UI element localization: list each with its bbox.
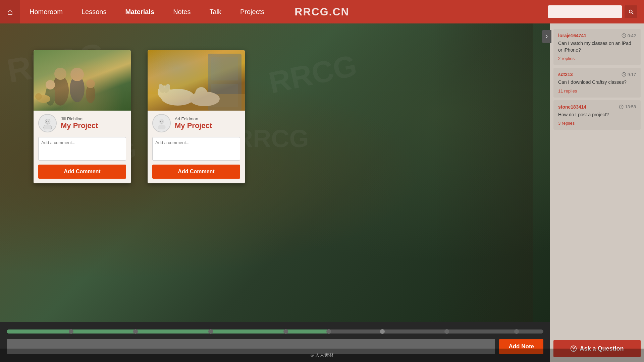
question-1-username: loraje164741	[558, 33, 586, 38]
progress-dot-4[interactable]	[283, 329, 288, 334]
question-3-username: stone183414	[558, 104, 586, 110]
svg-point-23	[195, 87, 207, 99]
svg-rect-16	[208, 54, 241, 111]
svg-point-13	[44, 124, 51, 129]
search-input[interactable]	[548, 5, 622, 18]
right-panel: loraje164741 0:42 Can I watch my classes…	[550, 23, 644, 362]
question-2-username: sct213	[558, 72, 573, 77]
card-1-user-row: Jill Richling My Project	[34, 111, 131, 134]
card-1-comment-area: Add Comment	[34, 134, 131, 183]
svg-rect-19	[148, 94, 245, 111]
question-item-3[interactable]: stone183414 13:58 How do I post a projec…	[553, 100, 641, 130]
progress-track[interactable]	[7, 329, 543, 334]
card-2-add-comment-button[interactable]: Add Comment	[152, 165, 240, 179]
card-1-comment-input[interactable]	[38, 137, 126, 161]
clock-icon-3	[619, 105, 624, 109]
progress-dot-6[interactable]	[380, 329, 385, 334]
progress-fill	[7, 329, 329, 334]
card-2-username: Ari Feldman	[175, 116, 240, 121]
card-2-project-title: My Project	[175, 121, 240, 130]
collapse-panel-button[interactable]	[542, 30, 551, 43]
card-2-comment-area: Add Comment	[148, 134, 245, 183]
project-card-2: Ari Feldman My Project Add Comment	[148, 50, 245, 183]
question-3-replies: 3 replies	[558, 121, 636, 126]
progress-dot-3[interactable]	[208, 329, 213, 334]
card-2-photo	[148, 50, 245, 111]
svg-point-0	[52, 75, 69, 106]
project-card-1: Jill Richling My Project Add Comment	[34, 50, 131, 183]
svg-rect-18	[211, 84, 238, 107]
svg-point-9	[35, 93, 42, 100]
svg-point-34	[574, 350, 574, 351]
svg-point-6	[86, 84, 95, 103]
question-2-replies: 11 replies	[558, 88, 636, 94]
progress-dot-7[interactable]	[444, 329, 449, 334]
question-item-1[interactable]: loraje164741 0:42 Can I watch my classes…	[553, 29, 641, 65]
clock-icon-1	[622, 33, 626, 38]
ask-question-button[interactable]: Ask a Question	[553, 340, 641, 357]
question-2-header: sct213 9:17	[558, 72, 636, 77]
svg-point-22	[158, 85, 171, 99]
note-input[interactable]	[7, 339, 495, 354]
card-1-user-info: Jill Richling My Project	[61, 116, 126, 130]
progress-dot-8[interactable]	[514, 329, 519, 334]
clock-icon-2	[622, 72, 626, 77]
nav-bar: Homeroom Lessons Materials Notes Talk Pr…	[20, 0, 274, 23]
main-area: RRCG RRCG RRCG RRCG RRCG	[0, 23, 550, 362]
question-3-time: 13:58	[619, 104, 636, 109]
nav-talk[interactable]: Talk	[200, 0, 231, 23]
question-icon	[570, 345, 577, 352]
nav-notes[interactable]: Notes	[164, 0, 200, 23]
question-2-text: Can I download Craftsy classes?	[558, 79, 636, 86]
card-1-photo	[34, 50, 131, 111]
question-2-time: 9:17	[622, 72, 636, 77]
svg-point-7	[86, 79, 95, 88]
svg-point-8	[37, 95, 50, 103]
add-note-button[interactable]: Add Note	[499, 339, 543, 354]
svg-point-21	[190, 92, 220, 106]
question-item-2[interactable]: sct213 9:17 Can I download Craftsy class…	[553, 68, 641, 98]
card-1-username: Jill Richling	[61, 116, 126, 121]
card-2-user-info: Ari Feldman My Project	[175, 116, 240, 130]
progress-dot-1[interactable]	[69, 329, 73, 334]
search-area	[548, 5, 637, 18]
nav-homeroom[interactable]: Homeroom	[20, 0, 72, 23]
svg-point-27	[158, 124, 165, 129]
note-input-row: Add Note	[7, 339, 543, 354]
nav-lessons[interactable]: Lessons	[72, 0, 116, 23]
svg-point-20	[161, 89, 195, 106]
question-1-time: 0:42	[622, 33, 636, 38]
search-button[interactable]	[625, 5, 637, 18]
svg-point-29	[162, 121, 163, 122]
cards-container: Jill Richling My Project Add Comment	[34, 50, 245, 183]
card-1-avatar	[38, 114, 57, 132]
card-1-add-comment-button[interactable]: Add Comment	[38, 165, 126, 179]
question-3-header: stone183414 13:58	[558, 104, 636, 110]
svg-point-2	[70, 75, 85, 102]
card-2-avatar	[152, 114, 171, 132]
svg-rect-17	[211, 57, 238, 80]
question-1-replies: 2 replies	[558, 56, 636, 61]
nav-projects[interactable]: Projects	[231, 0, 274, 23]
card-2-user-row: Ari Feldman My Project	[148, 111, 245, 134]
header: ⌂ Homeroom Lessons Materials Notes Talk …	[0, 0, 644, 23]
card-2-comment-input[interactable]	[152, 137, 240, 161]
question-1-header: loraje164741 0:42	[558, 33, 636, 38]
svg-point-3	[70, 68, 84, 81]
home-button[interactable]: ⌂	[0, 0, 20, 23]
svg-point-24	[158, 83, 166, 94]
svg-point-14	[46, 121, 47, 122]
nav-materials[interactable]: Materials	[116, 0, 164, 23]
progress-dot-5[interactable]	[326, 329, 331, 334]
svg-point-4	[45, 85, 55, 106]
progress-dot-2[interactable]	[133, 329, 138, 334]
svg-point-25	[163, 83, 171, 94]
svg-point-1	[54, 68, 66, 80]
home-icon: ⌂	[7, 6, 13, 17]
site-title: RRCG.CN	[294, 6, 349, 18]
svg-point-5	[46, 80, 55, 89]
svg-point-28	[160, 121, 161, 122]
question-1-text: Can I watch my classes on an iPad or iPh…	[558, 40, 636, 53]
progress-area: Add Note	[0, 322, 550, 362]
card-1-project-title: My Project	[61, 121, 126, 130]
